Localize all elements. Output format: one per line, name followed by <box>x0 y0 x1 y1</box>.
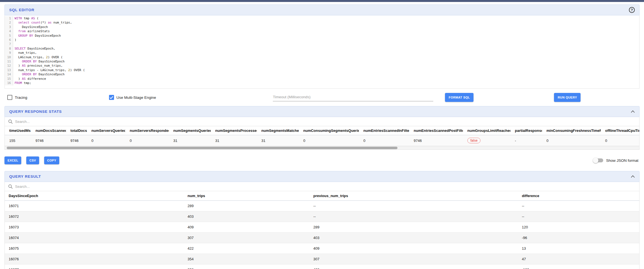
result-row[interactable]: 16073409289120 <box>5 222 639 233</box>
line-number: 15 <box>5 77 13 81</box>
run-query-button[interactable]: RUN QUERY <box>554 93 581 102</box>
stats-cell: 155 <box>5 135 31 146</box>
format-sql-button[interactable]: FORMAT SQL <box>445 93 473 102</box>
stats-cell: 0 <box>87 135 125 146</box>
result-cell: 289 <box>309 222 518 233</box>
csv-button[interactable]: CSV <box>26 156 39 164</box>
stats-cell: 31 <box>257 135 299 146</box>
copy-button[interactable]: COPY <box>44 156 59 164</box>
line-number: 2 <box>5 20 13 25</box>
stats-column-header[interactable]: totalDocs <box>66 126 87 135</box>
stats-column-header[interactable]: numGroupsLimitReached <box>463 126 510 135</box>
result-column-header[interactable]: difference <box>518 191 639 201</box>
stats-column-header[interactable]: numServersQueried <box>87 126 125 135</box>
result-row[interactable]: 16072403---- <box>5 211 639 222</box>
stats-column-header[interactable]: numSegmentsProcessed <box>211 126 257 135</box>
query-result-card: QUERY RESULT DaysSinceEpochnum_tripsprev… <box>4 171 640 269</box>
query-console-page: SQL EDITOR ? 1WITH tmp AS (2 select coun… <box>0 2 644 269</box>
stats-cell: 9746 <box>66 135 87 146</box>
search-icon <box>8 119 13 124</box>
stats-column-header[interactable]: numSegmentsQueried <box>169 126 211 135</box>
result-cell: -- <box>309 211 518 222</box>
chevron-up-icon[interactable] <box>631 110 635 113</box>
result-cell: 16077 <box>5 265 184 269</box>
result-row[interactable]: 16077292422-130 <box>5 265 639 269</box>
line-number: 12 <box>5 64 13 68</box>
stats-column-header[interactable]: minConsumingFreshnessTimeMs <box>542 126 601 135</box>
help-icon[interactable]: ? <box>629 7 635 13</box>
stats-search-input[interactable] <box>15 120 636 124</box>
line-number: 9 <box>5 51 13 55</box>
result-cell: 354 <box>184 254 309 265</box>
stats-header: QUERY RESPONSE STATS <box>4 106 640 117</box>
result-row[interactable]: 16071289---- <box>5 201 639 211</box>
query-controls-row: Tracing Use Multi-Stage Engine FORMAT SQ… <box>4 89 640 106</box>
code-line: 16FROM tmp; <box>5 81 639 85</box>
stats-cell: 9746 <box>31 135 66 146</box>
stats-column-header[interactable]: timeUsedMs <box>5 126 31 135</box>
result-cell: 16073 <box>5 222 184 233</box>
result-cell: -130 <box>518 265 639 269</box>
result-cell: 422 <box>309 265 518 269</box>
stats-column-header[interactable]: numDocsScanned <box>31 126 66 135</box>
code-line: 12 ) AS previous_num_trips, <box>5 64 639 68</box>
stats-cell: 31 <box>169 135 211 146</box>
result-cell: 47 <box>518 254 639 265</box>
timeout-input[interactable] <box>273 94 433 101</box>
result-cell: 13 <box>518 243 639 254</box>
stats-column-header[interactable]: partialResponse <box>510 126 542 135</box>
stats-cell: 0 <box>359 135 409 146</box>
chevron-up-icon[interactable] <box>631 175 635 178</box>
result-column-header[interactable]: previous_num_trips <box>309 191 518 201</box>
result-search-input[interactable] <box>15 184 636 189</box>
result-cell: 422 <box>184 243 309 254</box>
line-number: 6 <box>5 38 13 42</box>
stats-column-header[interactable]: offlineThreadCpuTimeNs <box>601 126 640 135</box>
code-line: 3 DaysSinceEpoch <box>5 25 639 29</box>
stats-cell: 0 <box>542 135 601 146</box>
toggle-thumb-icon <box>593 158 598 163</box>
result-cell: 16071 <box>5 201 184 211</box>
horizontal-scrollbar-thumb[interactable] <box>7 147 397 149</box>
stats-row[interactable]: 1559746974600313131009746false-00 <box>5 135 640 146</box>
result-column-header[interactable]: DaysSinceEpoch <box>5 191 184 201</box>
stats-cell: 0 <box>299 135 359 146</box>
stats-column-header[interactable]: numSegmentsMatched <box>257 126 299 135</box>
sql-code-editor[interactable]: 1WITH tmp AS (2 select count(*) as num_t… <box>4 15 640 89</box>
tracing-label: Tracing <box>15 95 27 100</box>
false-badge: false <box>467 138 480 143</box>
excel-button[interactable]: EXCEL <box>4 156 21 164</box>
result-row[interactable]: 1607635430747 <box>5 254 639 265</box>
result-row[interactable]: 16074307403-96 <box>5 233 639 243</box>
result-cell: -- <box>518 201 639 211</box>
result-row[interactable]: 1607542240913 <box>5 243 639 254</box>
result-cell: 16075 <box>5 243 184 254</box>
checkbox-unchecked-icon <box>7 95 12 100</box>
result-cell: 307 <box>309 254 518 265</box>
stats-column-header[interactable]: numEntriesScannedInFilter <box>359 126 409 135</box>
line-number: 11 <box>5 59 13 64</box>
result-cell: 307 <box>184 233 309 243</box>
result-cell: -96 <box>518 233 639 243</box>
result-cell: 16076 <box>5 254 184 265</box>
code-line: 8SELECT DaysSinceEpoch, <box>5 46 639 51</box>
tracing-checkbox[interactable]: Tracing <box>7 95 27 100</box>
line-number: 3 <box>5 25 13 29</box>
code-line: 7 <box>5 42 639 46</box>
stats-column-header[interactable]: numConsumingSegmentsQueried <box>299 126 359 135</box>
sql-editor-card: SQL EDITOR ? 1WITH tmp AS (2 select coun… <box>4 4 640 89</box>
result-cell: -- <box>518 211 639 222</box>
code-line: 13 num_trips - LAG(num_trips, 2) OVER ( <box>5 68 639 72</box>
result-column-header[interactable]: num_trips <box>184 191 309 201</box>
query-response-stats-card: QUERY RESPONSE STATS timeUsedMsnumDocsSc… <box>4 106 640 150</box>
result-cell: 409 <box>309 243 518 254</box>
horizontal-scrollbar <box>4 146 640 150</box>
json-format-toggle[interactable] <box>594 158 603 162</box>
multistage-engine-checkbox[interactable]: Use Multi-Stage Engine <box>109 95 156 100</box>
result-cell: -- <box>309 201 518 211</box>
code-line: 10 LAG(num_trips, 2) OVER ( <box>5 55 639 59</box>
stats-column-header[interactable]: numEntriesScannedPostFilter <box>409 126 463 135</box>
stats-column-header[interactable]: numServersResponded <box>125 126 169 135</box>
stats-cell: false <box>463 135 510 146</box>
line-number: 7 <box>5 42 13 46</box>
